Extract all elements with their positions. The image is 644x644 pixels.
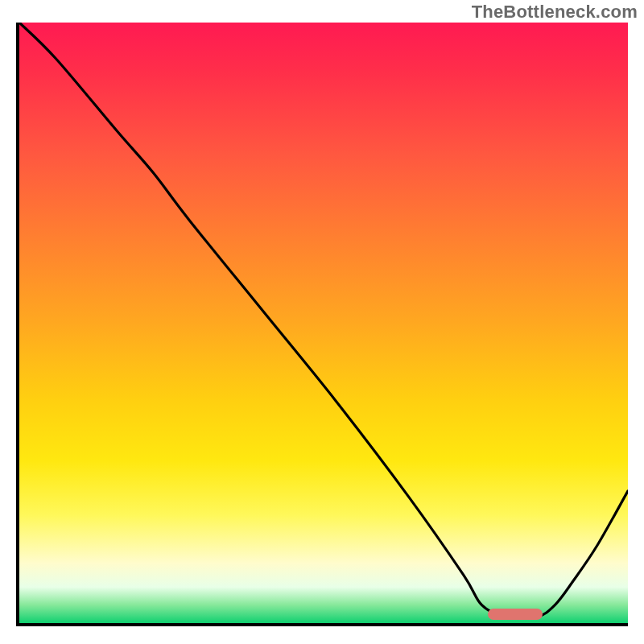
chart-container: TheBottleneck.com [0,0,644,644]
watermark-text: TheBottleneck.com [472,2,638,23]
optimal-range-marker [488,609,543,620]
bottleneck-curve [19,23,628,618]
curve-svg [19,23,628,623]
plot-frame [16,23,628,626]
